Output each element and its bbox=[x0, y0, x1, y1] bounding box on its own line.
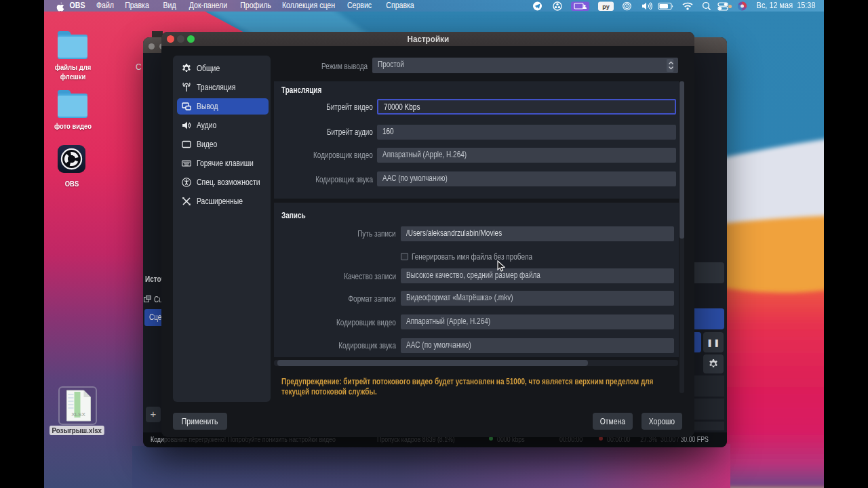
svg-text:XLSX: XLSX bbox=[71, 411, 85, 418]
svg-text:ру: ру bbox=[602, 3, 609, 10]
